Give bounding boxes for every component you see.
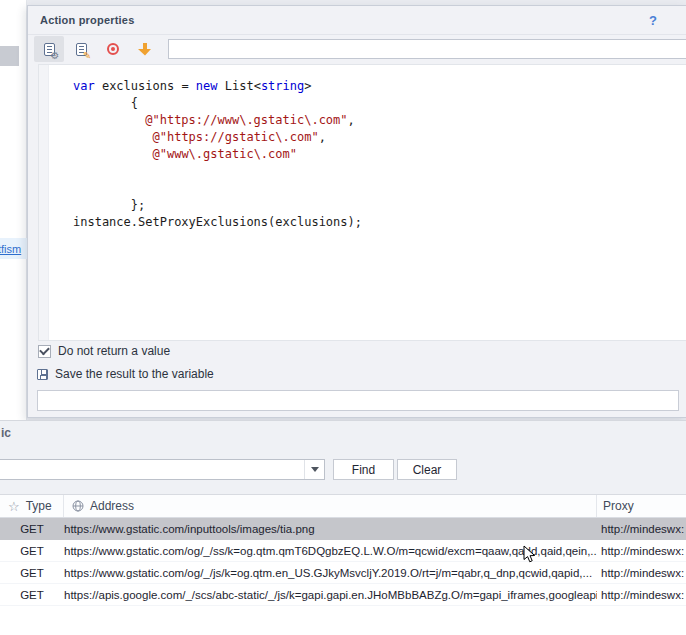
code-line: {: [73, 95, 362, 112]
floppy-disk-icon: [37, 369, 48, 380]
column-label-address: Address: [90, 499, 134, 513]
background-link-row[interactable]: tfism: [0, 238, 27, 259]
request-row[interactable]: GEThttps://apis.google.com/_/scs/abc-sta…: [0, 584, 686, 606]
code-line: @"https://gstatic\.com",: [73, 129, 362, 146]
request-address: https://apis.google.com/_/scs/abc-static…: [64, 589, 597, 601]
script-edit-button[interactable]: ✎: [66, 36, 96, 62]
code-line: [73, 180, 362, 197]
column-label-type: Type: [26, 499, 52, 513]
code-editor-content[interactable]: var exclusions = new List<string> { @"ht…: [49, 65, 362, 340]
find-button[interactable]: Find: [333, 459, 394, 480]
do-not-return-option[interactable]: Do not return a value: [38, 344, 170, 358]
script-settings-button[interactable]: ⚙: [34, 36, 64, 62]
column-header-proxy[interactable]: Proxy: [597, 495, 686, 517]
request-type: GET: [0, 589, 64, 601]
clear-button[interactable]: Clear: [397, 459, 457, 480]
pencil-icon: ✎: [83, 51, 91, 61]
code-line: [73, 163, 362, 180]
toolbar-input[interactable]: [168, 39, 686, 59]
document-gear-icon: ⚙: [44, 43, 55, 56]
grid-header: ☆ Type Address Proxy: [0, 495, 686, 518]
code-line: @"https://www\.gstatic\.com",: [73, 112, 362, 129]
run-step-button[interactable]: [130, 36, 160, 62]
traffic-panel: ic Find Clear ☆ Type Address Proxy: [0, 420, 686, 635]
request-proxy: http://mindeswx:: [597, 523, 686, 535]
request-address: https://www.gstatic.com/og/_/ss/k=og.qtm…: [64, 545, 597, 557]
request-proxy: http://mindeswx:: [597, 589, 686, 601]
background-link[interactable]: tfism: [0, 243, 21, 255]
combo-dropdown-icon[interactable]: [304, 460, 324, 479]
record-icon: [107, 43, 119, 55]
dialog-titlebar: Action properties ?: [28, 6, 686, 35]
code-line: };: [73, 197, 362, 214]
help-icon[interactable]: ?: [649, 13, 657, 28]
document-pencil-icon: ✎: [76, 43, 87, 56]
gear-icon: ⚙: [51, 51, 60, 61]
request-row[interactable]: GEThttps://www.gstatic.com/og/_/js/k=og.…: [0, 562, 686, 584]
filter-input[interactable]: [0, 460, 304, 479]
filter-combobox[interactable]: [0, 459, 325, 480]
code-line: var exclusions = new List<string>: [73, 78, 362, 95]
column-header-type[interactable]: ☆ Type: [0, 495, 64, 517]
requests-grid: ☆ Type Address Proxy GEThttps://www.gsta…: [0, 494, 686, 635]
save-result-label: Save the result to the variable: [55, 367, 214, 381]
code-editor[interactable]: var exclusions = new List<string> { @"ht…: [38, 64, 686, 341]
request-address: https://www.gstatic.com/inputtools/image…: [64, 523, 597, 535]
screen: tfism Action properties ? ⚙ ✎: [0, 0, 686, 635]
background-window: tfism: [0, 0, 27, 420]
globe-icon: [72, 500, 84, 512]
dialog-title: Action properties: [40, 14, 134, 26]
dialog-toolbar: ⚙ ✎: [28, 35, 686, 63]
do-not-return-label: Do not return a value: [58, 344, 170, 358]
background-toolbar-fragment: [0, 46, 19, 66]
variable-input[interactable]: [37, 390, 679, 411]
request-proxy: http://mindeswx:: [597, 545, 686, 557]
do-not-return-checkbox[interactable]: [38, 345, 51, 358]
column-header-address[interactable]: Address: [64, 495, 597, 517]
code-line: instance.SetProxyExclusions(exclusions);: [73, 214, 362, 231]
star-icon: ☆: [8, 500, 20, 513]
column-label-proxy: Proxy: [603, 499, 634, 513]
request-address: https://www.gstatic.com/og/_/js/k=og.qtm…: [64, 567, 597, 579]
request-type: GET: [0, 567, 64, 579]
down-arrow-icon: [138, 42, 152, 56]
section-label: ic: [1, 426, 11, 440]
request-row[interactable]: GEThttps://www.gstatic.com/inputtools/im…: [0, 518, 686, 540]
grid-body: GEThttps://www.gstatic.com/inputtools/im…: [0, 518, 686, 606]
request-proxy: http://mindeswx:: [597, 567, 686, 579]
request-row[interactable]: GEThttps://www.gstatic.com/og/_/ss/k=og.…: [0, 540, 686, 562]
request-type: GET: [0, 523, 64, 535]
request-type: GET: [0, 545, 64, 557]
record-button[interactable]: [98, 36, 128, 62]
code-gutter: [39, 65, 49, 340]
save-result-option[interactable]: Save the result to the variable: [37, 367, 214, 381]
code-line: @"www\.gstatic\.com": [73, 146, 362, 163]
action-properties-dialog: Action properties ? ⚙ ✎ var exclusions =…: [27, 5, 686, 418]
